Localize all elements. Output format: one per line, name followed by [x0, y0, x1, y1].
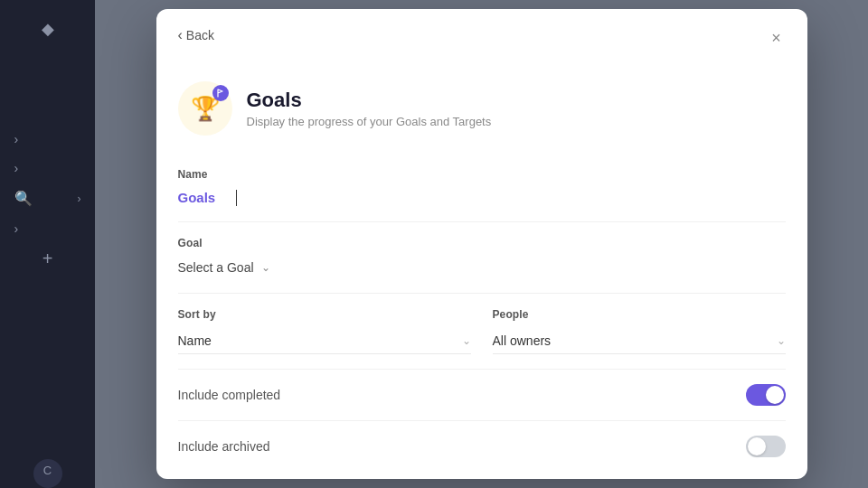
plus-icon: +	[42, 249, 53, 269]
people-col: People All owners ⌄	[493, 308, 786, 354]
toggle-thumb-completed	[766, 386, 784, 404]
sort-people-section: Sort by Name ⌄ People All owners ⌄	[178, 294, 786, 370]
sidebar-item-1[interactable]: ›	[7, 127, 89, 152]
modal-body: Name Goal Select a Goal ⌄ Sort by	[156, 154, 807, 479]
include-archived-label: Include archived	[178, 439, 270, 454]
goal-section: Goal Select a Goal ⌄	[178, 222, 786, 294]
sort-chevron-icon: ⌄	[462, 334, 471, 347]
goal-select[interactable]: Select a Goal ⌄	[178, 257, 270, 278]
goal-select-value: Select a Goal	[178, 260, 254, 275]
people-label: People	[493, 308, 786, 321]
chevron-right-icon-4: ›	[14, 221, 19, 236]
name-input[interactable]	[178, 188, 232, 207]
name-label: Name	[178, 168, 786, 181]
modal-box: ‹ Back × 🏆 Goals Display the progress of…	[156, 9, 807, 479]
modal-subtitle: Display the progress of your Goals and T…	[247, 115, 492, 128]
sidebar-search[interactable]: 🔍 ›	[7, 184, 89, 212]
modal-title: Goals	[247, 89, 492, 112]
include-completed-toggle[interactable]	[746, 384, 786, 406]
chevron-right-icon-2: ›	[14, 161, 19, 175]
sort-select[interactable]: Name ⌄	[178, 328, 471, 354]
flag-badge	[212, 85, 229, 101]
sort-value: Name	[178, 333, 212, 348]
include-completed-row: Include completed	[178, 370, 786, 421]
include-archived-toggle[interactable]	[746, 436, 786, 457]
people-select[interactable]: All owners ⌄	[493, 328, 786, 354]
back-button[interactable]: ‹ Back	[178, 27, 214, 43]
goal-icon-circle: 🏆	[178, 81, 232, 136]
chevron-left-icon: ‹	[178, 27, 183, 43]
chevron-right-icon: ›	[14, 132, 19, 146]
goal-label: Goal	[178, 237, 786, 249]
modal-overlay: ‹ Back × 🏆 Goals Display the progress of…	[95, 0, 868, 488]
goal-chevron-icon: ⌄	[261, 261, 270, 274]
include-archived-row: Include archived	[178, 421, 786, 472]
sidebar: ◆ › › 🔍 › › + C	[0, 0, 95, 488]
people-chevron-icon: ⌄	[777, 334, 786, 347]
sort-by-col: Sort by Name ⌄	[178, 308, 471, 354]
sidebar-add-button[interactable]: +	[34, 245, 61, 272]
name-input-row	[178, 188, 786, 207]
close-button[interactable]: ×	[764, 25, 789, 51]
sort-label: Sort by	[178, 308, 471, 321]
modal-top-bar: ‹ Back ×	[156, 9, 807, 52]
chevron-right-icon-3: ›	[78, 192, 81, 205]
text-cursor	[236, 190, 237, 206]
sidebar-icon-diamond[interactable]: ◆	[30, 11, 66, 47]
search-icon: 🔍	[14, 190, 33, 207]
modal-title-text: Goals Display the progress of your Goals…	[247, 89, 492, 128]
include-completed-label: Include completed	[178, 388, 281, 402]
sidebar-item-2[interactable]: ›	[7, 155, 89, 181]
name-section: Name	[178, 154, 786, 222]
close-icon: ×	[771, 29, 781, 48]
toggle-thumb-archived	[748, 437, 766, 455]
modal-title-area: 🏆 Goals Display the progress of your Goa…	[156, 81, 807, 154]
sidebar-avatar[interactable]: C	[33, 459, 62, 488]
sidebar-item-3[interactable]: ›	[7, 216, 89, 241]
back-label: Back	[186, 28, 214, 42]
people-value: All owners	[493, 333, 552, 348]
